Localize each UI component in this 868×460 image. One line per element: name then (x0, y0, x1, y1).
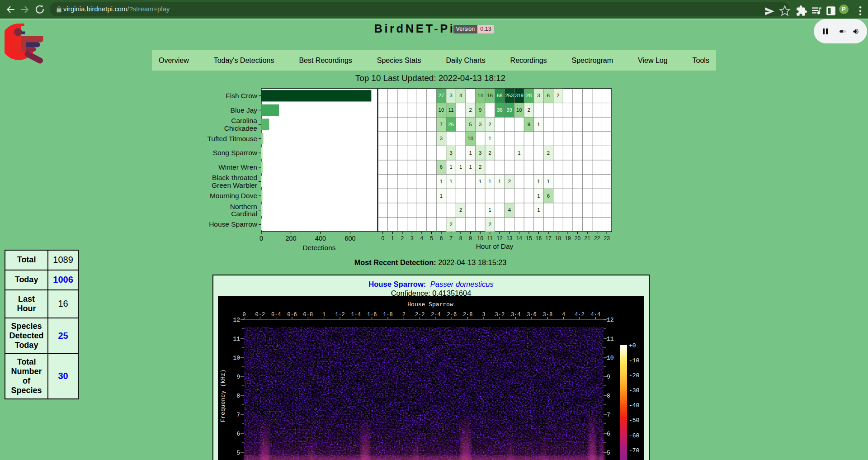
svg-text:Northern: Northern (230, 203, 257, 210)
svg-text:6: 6 (547, 193, 550, 199)
svg-text:15: 15 (526, 235, 532, 242)
svg-text:9: 9 (528, 122, 530, 127)
svg-text:-20: -20 (629, 372, 639, 379)
svg-text:2: 2 (459, 207, 462, 213)
svg-text:0·2: 0·2 (255, 312, 265, 318)
svg-text:1: 1 (449, 164, 452, 170)
svg-text:19: 19 (565, 235, 571, 242)
svg-text:Fish Crow: Fish Crow (226, 92, 258, 100)
svg-text:Mourning Dove: Mourning Dove (210, 192, 257, 199)
svg-text:Detections: Detections (302, 244, 335, 251)
svg-text:1: 1 (537, 179, 540, 184)
svg-text:23: 23 (604, 235, 610, 242)
svg-text:13: 13 (506, 235, 513, 242)
svg-text:2: 2 (508, 179, 511, 184)
svg-text:1: 1 (489, 179, 491, 184)
svg-text:9: 9 (469, 235, 472, 242)
svg-text:21: 21 (584, 235, 590, 242)
svg-text:1·2: 1·2 (335, 312, 345, 318)
svg-text:7: 7 (607, 412, 610, 418)
svg-text:2: 2 (528, 107, 530, 113)
svg-text:7: 7 (440, 122, 443, 127)
svg-text:Song Sparrow: Song Sparrow (213, 149, 258, 156)
svg-text:3: 3 (479, 150, 481, 156)
svg-text:1: 1 (537, 193, 540, 199)
svg-text:0·6: 0·6 (287, 312, 297, 318)
svg-text:3·2: 3·2 (495, 312, 505, 318)
svg-text:3·6: 3·6 (527, 312, 537, 318)
svg-text:27: 27 (439, 93, 444, 98)
svg-text:11: 11 (487, 235, 493, 242)
svg-text:3: 3 (449, 93, 452, 98)
svg-text:Frequency (kHz): Frequency (kHz) (220, 369, 226, 422)
svg-text:253: 253 (505, 93, 514, 98)
svg-text:8: 8 (459, 235, 462, 242)
svg-text:2·2: 2·2 (415, 312, 425, 318)
svg-text:6: 6 (607, 431, 610, 437)
svg-text:26: 26 (448, 122, 454, 127)
svg-text:-50: -50 (629, 417, 639, 424)
svg-text:+0: +0 (629, 342, 636, 349)
svg-text:House Sparrow: House Sparrow (407, 301, 453, 308)
svg-text:Top 10 Last Updated: 2022-04-1: Top 10 Last Updated: 2022-04-13 18:12 (355, 73, 505, 83)
svg-text:3: 3 (537, 93, 540, 98)
svg-text:8: 8 (236, 393, 240, 399)
svg-text:Tufted Titmouse: Tufted Titmouse (207, 135, 257, 142)
svg-text:1: 1 (391, 235, 394, 242)
svg-text:1: 1 (322, 312, 326, 318)
svg-text:3: 3 (479, 122, 481, 127)
svg-text:7: 7 (449, 235, 453, 242)
svg-text:5: 5 (607, 450, 610, 456)
svg-text:7: 7 (236, 412, 240, 418)
svg-text:1·4: 1·4 (351, 312, 361, 318)
svg-text:10: 10 (516, 107, 522, 113)
svg-text:39: 39 (507, 107, 513, 113)
svg-text:20: 20 (575, 235, 581, 242)
svg-text:2: 2 (489, 122, 491, 127)
svg-text:6: 6 (547, 93, 550, 98)
svg-text:Black-throated: Black-throated (212, 174, 257, 181)
svg-text:1: 1 (440, 193, 443, 199)
svg-text:4·4: 4·4 (590, 312, 600, 318)
svg-text:2·4: 2·4 (431, 312, 441, 318)
svg-text:1: 1 (469, 150, 472, 156)
svg-text:22: 22 (594, 235, 600, 242)
svg-text:Blue Jay: Blue Jay (231, 106, 258, 114)
svg-text:6: 6 (236, 431, 240, 437)
svg-text:0: 0 (381, 235, 384, 242)
svg-text:Winter Wren: Winter Wren (218, 163, 257, 171)
svg-text:1: 1 (459, 164, 462, 170)
svg-text:3·4: 3·4 (511, 312, 521, 318)
svg-text:1: 1 (489, 136, 491, 141)
svg-text:1: 1 (518, 150, 520, 156)
svg-text:9: 9 (236, 374, 240, 380)
svg-text:0: 0 (259, 235, 263, 242)
svg-text:-60: -60 (629, 432, 639, 439)
svg-text:12: 12 (233, 317, 240, 323)
svg-text:9: 9 (607, 374, 610, 380)
svg-text:10: 10 (607, 355, 614, 361)
svg-text:4·2: 4·2 (575, 312, 585, 318)
svg-text:1: 1 (469, 164, 472, 170)
svg-text:3: 3 (449, 150, 452, 156)
svg-text:1: 1 (489, 207, 491, 213)
svg-text:Cardinal: Cardinal (231, 210, 257, 218)
svg-text:1: 1 (440, 179, 443, 184)
svg-text:2: 2 (401, 235, 404, 242)
svg-text:-40: -40 (629, 402, 639, 409)
svg-text:2: 2 (489, 150, 491, 156)
svg-text:-30: -30 (629, 387, 639, 394)
svg-text:1·8: 1·8 (383, 312, 393, 318)
svg-text:-10: -10 (629, 357, 639, 364)
svg-text:1: 1 (537, 207, 540, 213)
svg-text:5: 5 (469, 122, 472, 127)
svg-text:1: 1 (479, 179, 481, 184)
svg-text:2: 2 (547, 150, 550, 156)
svg-text:Green Warbler: Green Warbler (212, 181, 257, 189)
svg-text:200: 200 (285, 235, 296, 242)
svg-text:4: 4 (562, 312, 565, 318)
svg-text:8: 8 (607, 393, 610, 399)
svg-text:1: 1 (537, 122, 540, 127)
svg-text:6: 6 (440, 235, 443, 242)
svg-text:-70: -70 (629, 447, 639, 454)
